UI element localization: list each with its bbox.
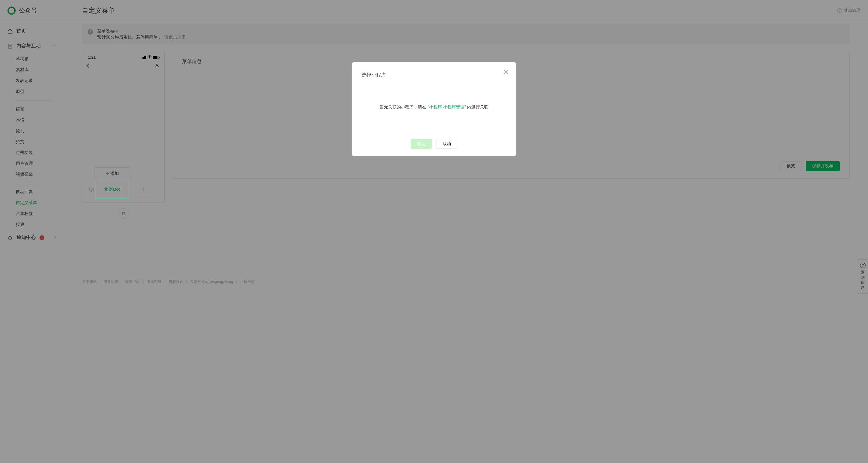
modal-body-after: 内进行关联 — [466, 104, 488, 109]
modal-close-button[interactable] — [503, 69, 509, 76]
modal-body-before: 暂无关联的小程序，请在 — [380, 104, 428, 109]
modal-overlay: 选择小程序 暂无关联的小程序，请在 “小程序-小程序管理” 内进行关联 确定 取… — [0, 0, 868, 463]
modal-confirm-button[interactable]: 确定 — [411, 139, 432, 149]
select-miniprogram-modal: 选择小程序 暂无关联的小程序，请在 “小程序-小程序管理” 内进行关联 确定 取… — [352, 62, 516, 156]
miniprogram-manage-link[interactable]: “小程序-小程序管理” — [428, 104, 466, 109]
modal-cancel-button[interactable]: 取消 — [436, 139, 457, 149]
modal-body: 暂无关联的小程序，请在 “小程序-小程序管理” 内进行关联 — [362, 78, 506, 136]
modal-title: 选择小程序 — [362, 72, 506, 78]
